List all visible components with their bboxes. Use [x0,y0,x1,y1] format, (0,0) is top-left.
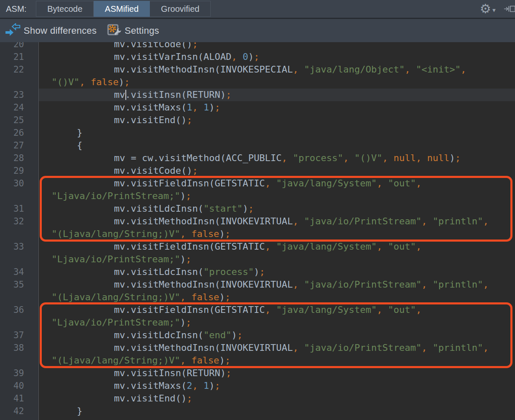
code-text: mv.visitCode(); [114,164,198,177]
code-row[interactable]: "Ljava/io/PrintStream;"); [0,253,515,266]
code-text: } [77,127,82,139]
code-row[interactable]: 30mv.visitFieldInsn(GETSTATIC, "java/lan… [0,177,515,190]
code-text: mv.visitFieldInsn(GETSTATIC, "java/lang/… [114,304,422,316]
chevron-down-icon[interactable]: ▾ [492,6,496,14]
code-text: mv.visitFieldInsn(GETSTATIC, "java/lang/… [114,240,422,253]
tool-window-header: ASM: Bytecode ASMified Groovified ⚙ ▾ [0,0,515,19]
line-number: 32 [0,215,24,228]
show-differences-button[interactable]: Show differences [5,23,97,38]
gear-icon[interactable]: ⚙ [480,0,491,18]
code-row[interactable]: 21mv.visitVarInsn(ALOAD, 0); [0,51,515,63]
editor-rows: 20mv.visitCode();21mv.visitVarInsn(ALOAD… [0,42,515,420]
line-number: 33 [0,240,24,253]
code-row[interactable]: 28mv = cw.visitMethod(ACC_PUBLIC, "proce… [0,152,515,164]
code-row[interactable]: mv = cw.visitMethod( [0,417,515,420]
code-row[interactable]: "Ljava/io/PrintStream;"); [0,190,515,202]
code-row[interactable]: 32mv.visitMethodInsn(INVOKEVIRTUAL, "jav… [0,215,515,228]
code-row[interactable]: 23mv.visitInsn(RETURN); [0,89,515,101]
code-text: mv.visitMethodInsn(INVOKEVIRTUAL, "java/… [114,215,488,228]
hide-panel-icon[interactable] [504,0,515,18]
line-number: 24 [0,101,24,114]
line-number: 39 [0,367,24,380]
line-number: 38 [0,342,24,354]
code-row[interactable]: 22mv.visitMethodInsn(INVOKESPECIAL, "jav… [0,63,515,76]
settings-gear-icon [107,22,121,39]
code-row[interactable]: 35mv.visitMethodInsn(INVOKEVIRTUAL, "jav… [0,278,515,291]
settings-button[interactable]: Settings [107,22,159,39]
code-text: mv.visitMaxs(2, 1); [114,380,220,392]
line-number: 20 [0,42,24,51]
editor-toolbar: Show differences Settings [0,19,515,42]
line-number: 31 [0,202,24,215]
code-row[interactable]: 20mv.visitCode(); [0,42,515,51]
code-row[interactable]: 42} [0,405,515,417]
code-text: "()V", false); [52,76,130,89]
line-number: 34 [0,266,24,278]
code-row[interactable]: "(Ljava/lang/String;)V", false); [0,291,515,304]
code-row[interactable]: 34mv.visitLdcInsn("process"); [0,266,515,278]
line-number: 30 [0,177,24,190]
tab-bytecode[interactable]: Bytecode [36,1,94,17]
code-row[interactable]: 31mv.visitLdcInsn("start"); [0,202,515,215]
code-text: mv.visitLdcInsn("start"); [114,202,254,215]
code-text: mv = cw.visitMethod(ACC_PUBLIC, "process… [114,152,461,164]
code-text: "(Ljava/lang/String;)V", false); [52,291,230,304]
code-row[interactable]: 25mv.visitEnd(); [0,114,515,127]
code-row[interactable]: 40mv.visitMaxs(2, 1); [0,380,515,392]
code-row[interactable]: 38mv.visitMethodInsn(INVOKEVIRTUAL, "jav… [0,342,515,354]
code-row[interactable]: 39mv.visitInsn(RETURN); [0,367,515,380]
asm-plugin-panel: { "panel": { "label": "ASM:" }, "tabs": … [0,0,515,420]
code-text: } [77,405,82,417]
code-text: mv.visitLdcInsn("process"); [114,266,265,278]
line-number: 28 [0,152,24,164]
code-editor[interactable]: 20mv.visitCode();21mv.visitVarInsn(ALOAD… [0,42,515,420]
code-row[interactable]: 36mv.visitFieldInsn(GETSTATIC, "java/lan… [0,304,515,316]
panel-title: ASM: [6,4,27,14]
code-text: "Ljava/io/PrintStream;"); [52,253,191,266]
code-text: mv.visitVarInsn(ALOAD, 0); [114,51,259,63]
line-number: 41 [0,392,24,405]
code-row[interactable]: "()V", false); [0,76,515,89]
code-text: mv.visitInsn(RETURN); [114,89,231,101]
code-row[interactable]: 26} [0,127,515,139]
code-text: "Ljava/io/PrintStream;"); [52,316,191,329]
tab-asmified[interactable]: ASMified [94,1,150,17]
line-number: 25 [0,114,24,127]
code-row[interactable]: 24mv.visitMaxs(1, 1); [0,101,515,114]
code-text: { [77,139,82,152]
line-number: 42 [0,405,24,417]
line-number: 40 [0,380,24,392]
code-text: "(Ljava/lang/String;)V", false); [52,354,230,367]
code-row[interactable]: 29mv.visitCode(); [0,164,515,177]
line-number: 23 [0,89,24,101]
tab-groovified[interactable]: Groovified [150,1,211,17]
line-number: 37 [0,329,24,342]
code-row[interactable]: 41mv.visitEnd(); [0,392,515,405]
code-row[interactable]: 27{ [0,139,515,152]
code-text: mv = cw.visitMethod( [114,417,226,420]
current-line-highlight [39,89,515,101]
line-number: 27 [0,139,24,152]
text-caret [125,90,126,100]
line-number: 26 [0,127,24,139]
code-text: mv.visitMaxs(1, 1); [114,101,220,114]
code-text: mv.visitEnd(); [114,114,192,127]
line-number: 35 [0,278,24,291]
line-number: 21 [0,51,24,63]
code-text: "(Ljava/lang/String;)V", false); [52,228,230,240]
code-row[interactable]: "(Ljava/lang/String;)V", false); [0,228,515,240]
diff-arrows-icon [5,23,20,38]
line-number: 29 [0,164,24,177]
code-text: "Ljava/io/PrintStream;"); [52,190,191,202]
code-row[interactable]: "Ljava/io/PrintStream;"); [0,316,515,329]
code-row[interactable]: 37mv.visitLdcInsn("end"); [0,329,515,342]
code-text: mv.visitCode(); [114,42,198,51]
code-text: mv.visitLdcInsn("end"); [114,329,243,342]
view-tabs: Bytecode ASMified Groovified [36,1,211,17]
code-row[interactable]: "(Ljava/lang/String;)V", false); [0,354,515,367]
code-row[interactable]: 33mv.visitFieldInsn(GETSTATIC, "java/lan… [0,240,515,253]
line-number: 22 [0,63,24,76]
settings-label: Settings [125,25,159,36]
code-text: mv.visitMethodInsn(INVOKEVIRTUAL, "java/… [114,342,488,354]
code-text: mv.visitMethodInsn(INVOKEVIRTUAL, "java/… [114,278,488,291]
